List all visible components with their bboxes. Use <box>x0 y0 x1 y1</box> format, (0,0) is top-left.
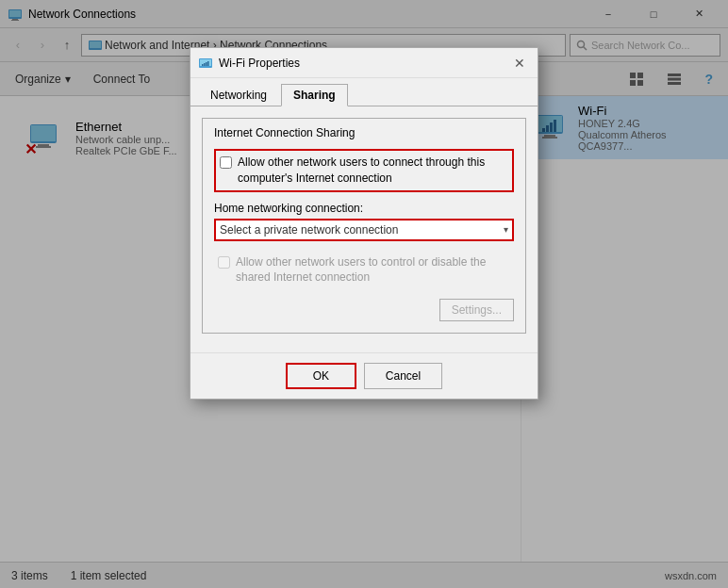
dialog-title: Wi-Fi Properties <box>219 57 509 70</box>
wifi-properties-dialog: Wi-Fi Properties ✕ Networking Sharing In… <box>190 47 538 400</box>
svg-rect-30 <box>204 63 206 66</box>
allow-checkbox[interactable] <box>220 156 232 169</box>
svg-rect-31 <box>206 62 207 66</box>
home-net-section: Home networking connection: Select a pri… <box>214 202 514 241</box>
dialog-tabs: Networking Sharing <box>190 78 538 106</box>
settings-button[interactable]: Settings... <box>439 299 514 321</box>
dialog-icon <box>198 56 213 71</box>
ok-button[interactable]: OK <box>286 363 356 389</box>
svg-rect-32 <box>207 61 209 66</box>
allow-checkbox-row[interactable]: Allow other network users to connect thr… <box>214 149 514 192</box>
disabled-checkbox-label: Allow other network users to control or … <box>236 254 510 286</box>
home-net-label: Home networking connection: <box>214 202 514 215</box>
dialog-content: Internet Connection Sharing Allow other … <box>190 106 538 352</box>
allow-checkbox-label: Allow other network users to connect thr… <box>238 155 508 187</box>
dropdown-arrow-icon: ▾ <box>504 224 508 235</box>
disabled-checkbox[interactable] <box>218 256 230 269</box>
modal-overlay: Wi-Fi Properties ✕ Networking Sharing In… <box>0 0 728 588</box>
group-title: Internet Connection Sharing <box>214 126 514 139</box>
svg-rect-29 <box>202 64 204 66</box>
cancel-button[interactable]: Cancel <box>364 363 442 389</box>
internet-connection-sharing-group: Internet Connection Sharing Allow other … <box>202 118 526 334</box>
settings-row: Settings... <box>214 299 514 321</box>
network-connection-dropdown[interactable]: Select a private network connection ▾ <box>214 219 514 241</box>
disabled-checkbox-row: Allow other network users to control or … <box>214 251 514 290</box>
dialog-titlebar: Wi-Fi Properties ✕ <box>190 48 538 78</box>
dropdown-text: Select a private network connection <box>220 223 398 237</box>
dialog-close-button[interactable]: ✕ <box>509 53 530 74</box>
tab-sharing[interactable]: Sharing <box>281 84 348 106</box>
tab-networking[interactable]: Networking <box>198 84 279 106</box>
dialog-footer: OK Cancel <box>190 352 538 399</box>
